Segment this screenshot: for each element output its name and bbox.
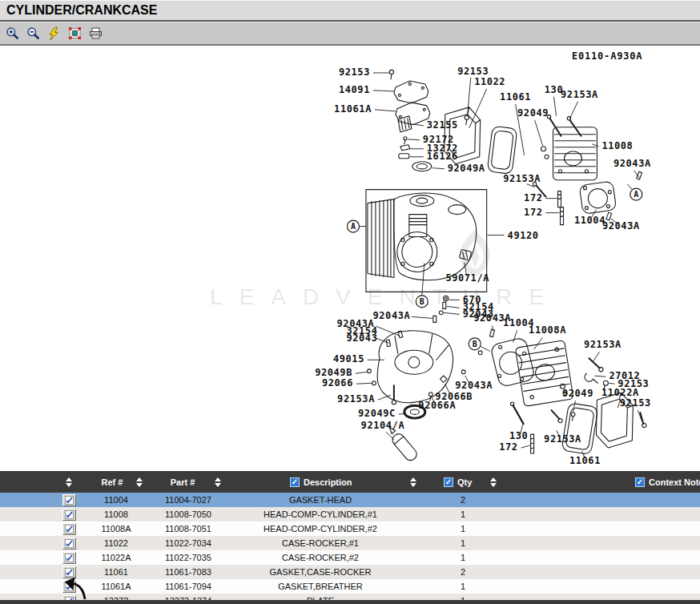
leader-line (609, 383, 614, 384)
part-label[interactable]: 92104/A (361, 420, 405, 431)
qty-cell: 1 (408, 524, 517, 534)
view-marker-A: A (348, 220, 360, 232)
toolbar (0, 22, 700, 46)
part-label[interactable]: 16126 (427, 151, 458, 162)
leader-line (375, 110, 396, 111)
image-map-icon[interactable] (66, 25, 83, 42)
bottom-bar (0, 600, 700, 604)
sort-icon[interactable] (490, 477, 497, 487)
table-row[interactable]: 1106111061-7083GASKET,CASE-ROCKER2 (0, 565, 700, 579)
part-label[interactable]: 11008 (601, 140, 633, 151)
part-label[interactable]: 59071/A (445, 272, 489, 284)
table-row[interactable]: 11008A11008-7051HEAD-COMP-CYLINDER,#21 (0, 521, 700, 536)
leader-line (422, 263, 424, 295)
part-label[interactable]: 92153 (457, 66, 489, 77)
edit-note-icon[interactable] (62, 494, 76, 506)
edit-note-icon[interactable] (62, 509, 76, 521)
part-label[interactable]: 11061A (334, 103, 372, 115)
column-header-context-note[interactable]: ✓ Context Note (635, 471, 700, 493)
part-label[interactable]: 92066B (435, 391, 473, 402)
leader-line (376, 326, 400, 336)
parts-diagram: 921531409111061A321559217213272161269204… (0, 47, 700, 471)
part-label[interactable]: 92153A (337, 393, 375, 405)
sort-icon[interactable] (136, 477, 143, 487)
part-label[interactable]: 92043 (346, 332, 377, 344)
part-label[interactable]: 11061 (500, 91, 531, 103)
part-label[interactable]: 92153A (544, 433, 581, 445)
column-header-ref[interactable]: Ref # (86, 471, 138, 493)
part-label[interactable]: 11061 (569, 455, 601, 466)
column-header-qty[interactable]: ✓ Qty (444, 471, 472, 493)
zoom-out-icon[interactable] (25, 25, 42, 42)
edit-note-icon[interactable] (62, 523, 76, 535)
leader-line (627, 184, 632, 190)
description-checkbox[interactable]: ✓ (290, 477, 300, 487)
leader-line (412, 316, 432, 318)
sort-icon[interactable] (215, 477, 221, 487)
qty-checkbox[interactable]: ✓ (444, 477, 453, 487)
part-label[interactable]: 92049 (517, 107, 549, 119)
part-label[interactable]: 49120 (508, 230, 539, 241)
hotspots-icon[interactable] (46, 25, 62, 42)
part-label[interactable]: 32155 (427, 119, 458, 131)
back-arrow[interactable] (61, 570, 91, 601)
part-label[interactable]: 92049B (315, 367, 352, 378)
edit-note-icon[interactable] (62, 538, 76, 550)
part-label[interactable]: 92049C (358, 408, 396, 419)
context-note-checkbox[interactable]: ✓ (635, 477, 645, 487)
table-row[interactable]: 1100811008-7050HEAD-COMP-CYLINDER,#11 (0, 507, 700, 521)
sort-icon[interactable] (66, 477, 72, 487)
leader-line (594, 376, 605, 376)
part-label[interactable]: 11022 (474, 76, 505, 87)
desc-cell: HEAD-COMP-CYLINDER,#2 (232, 524, 408, 534)
leader-line (408, 139, 420, 140)
desc-cell: GASKET,CASE-ROCKER (232, 567, 408, 577)
part-label[interactable]: 92153A (584, 339, 622, 350)
part-cell: 11004-7027 (144, 495, 232, 505)
leader-line (444, 312, 460, 314)
column-header-description[interactable]: ✓ Description (290, 471, 352, 493)
diagram-labels[interactable]: 921531409111061A321559217213272161269204… (315, 66, 651, 466)
part-label[interactable]: 92153 (620, 397, 651, 409)
part-label[interactable]: 172 (524, 207, 542, 218)
part-label[interactable]: 92153 (339, 66, 370, 78)
leader-line (481, 346, 490, 351)
part-label[interactable]: 172 (524, 192, 542, 203)
leader-line (356, 383, 372, 384)
part-label[interactable]: 92153A (503, 173, 541, 184)
part-label[interactable]: 92049A (448, 163, 485, 174)
part-label[interactable]: 11004 (574, 215, 605, 226)
leader-line (535, 120, 543, 146)
part-label[interactable]: 11022A (601, 387, 639, 398)
leader-line (432, 168, 445, 169)
part-label[interactable]: 92049 (562, 388, 593, 399)
part-label[interactable]: 130 (509, 430, 528, 441)
part-label[interactable]: 92043A (602, 220, 640, 232)
table-row[interactable]: 1102211022-7034CASE-ROCKER,#11 (0, 536, 700, 550)
column-header-part[interactable]: Part # (155, 471, 210, 493)
part-label[interactable]: 14091 (339, 84, 370, 95)
part-cell: 11022-7034 (144, 538, 232, 548)
parts-table-body: 1100411004-7027GASKET-HEAD21100811008-70… (0, 493, 700, 604)
part-label[interactable]: 172 (499, 441, 517, 453)
leader-line (373, 91, 394, 91)
part-label[interactable]: 92043A (372, 310, 410, 321)
part-label[interactable]: 92153A (561, 89, 598, 100)
edit-note-icon[interactable] (62, 552, 76, 564)
part-cell: 11008-7050 (144, 509, 232, 519)
sort-icon[interactable] (410, 477, 416, 487)
part-label[interactable]: 92066 (322, 377, 353, 389)
part-label[interactable]: 49015 (333, 353, 364, 364)
part-label[interactable]: 11008A (529, 324, 566, 336)
table-row[interactable]: 1100411004-7027GASKET-HEAD2 (0, 493, 700, 507)
desc-cell: CASE-ROCKER,#2 (232, 553, 408, 562)
qty-cell: 1 (408, 509, 517, 519)
part-label[interactable]: 92043A (455, 380, 493, 391)
table-row[interactable]: 11022A11022-7035CASE-ROCKER,#21 (0, 550, 700, 565)
zoom-in-icon[interactable] (4, 25, 21, 42)
print-icon[interactable] (87, 25, 104, 42)
table-row[interactable]: 11061A11061-7094GASKET,BREATHER1 (0, 579, 700, 594)
leader-line (356, 372, 368, 373)
part-label[interactable]: 92043A (614, 158, 651, 169)
part-cell: 11061-7083 (144, 567, 232, 577)
